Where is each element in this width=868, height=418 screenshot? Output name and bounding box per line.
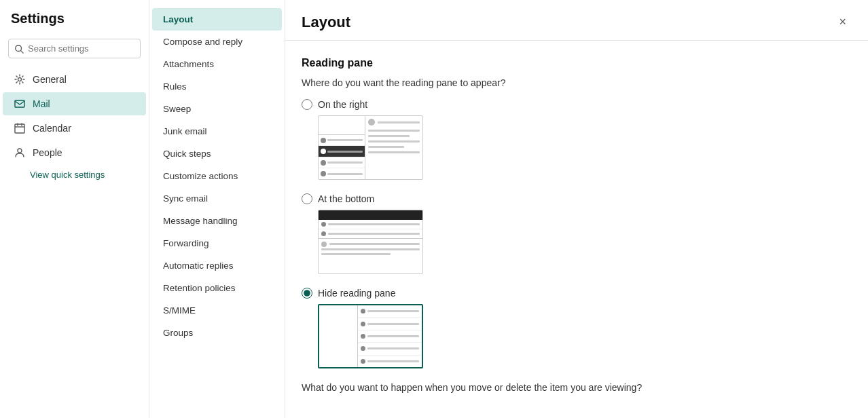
sidebar: Settings General Mail [0, 0, 149, 418]
main-content: Layout × Reading pane Where do you want … [285, 0, 868, 418]
search-box[interactable] [8, 39, 141, 58]
sidebar-item-calendar-label: Calendar [33, 123, 71, 134]
radio-on-the-right[interactable] [302, 99, 312, 110]
sidebar-item-people-label: People [33, 147, 62, 158]
main-header: Layout × [285, 0, 868, 41]
middle-nav-item-smime[interactable]: S/MIME [152, 299, 282, 322]
middle-nav-item-groups[interactable]: Groups [152, 322, 282, 344]
option-hide-reading-pane: Hide reading pane [302, 288, 852, 368]
view-quick-settings-link[interactable]: View quick settings [0, 166, 149, 184]
middle-nav-item-customize-actions[interactable]: Customize actions [152, 165, 282, 187]
sidebar-item-mail[interactable]: Mail [3, 92, 146, 115]
preview-hide-reading-pane [318, 304, 423, 368]
middle-nav-item-junk-email[interactable]: Junk email [152, 120, 282, 142]
mail-icon [14, 98, 26, 110]
calendar-icon [14, 122, 26, 134]
page-title: Layout [302, 14, 350, 31]
gear-icon [14, 73, 26, 86]
radio-on-the-right-label: On the right [318, 99, 367, 110]
preview-on-the-right [318, 115, 423, 180]
sidebar-item-general-label: General [33, 74, 67, 85]
middle-nav-item-automatic-replies[interactable]: Automatic replies [152, 254, 282, 277]
sidebar-item-mail-label: Mail [33, 98, 50, 109]
search-icon [14, 44, 24, 54]
option-at-the-bottom: At the bottom [302, 193, 852, 274]
middle-nav-item-layout[interactable]: Layout [152, 8, 282, 31]
radio-label-at-the-bottom[interactable]: At the bottom [302, 193, 852, 204]
main-body: Reading pane Where do you want the readi… [285, 41, 868, 418]
radio-label-hide-reading-pane[interactable]: Hide reading pane [302, 288, 852, 299]
middle-nav: Layout Compose and reply Attachments Rul… [149, 0, 285, 418]
svg-rect-4 [15, 124, 24, 133]
bottom-question: What do you want to happen when you move… [302, 382, 852, 393]
close-button[interactable]: × [833, 12, 852, 32]
option-on-the-right: On the right [302, 99, 852, 180]
person-icon [14, 147, 26, 159]
svg-line-1 [21, 50, 24, 53]
reading-pane-section: Reading pane Where do you want the readi… [302, 57, 852, 393]
app-title: Settings [0, 11, 149, 37]
svg-rect-3 [15, 100, 24, 107]
middle-nav-item-rules[interactable]: Rules [152, 75, 282, 98]
sidebar-item-general[interactable]: General [3, 68, 146, 91]
middle-nav-item-compose-reply[interactable]: Compose and reply [152, 31, 282, 53]
radio-hide-reading-pane-label: Hide reading pane [318, 288, 395, 299]
middle-nav-item-retention-policies[interactable]: Retention policies [152, 277, 282, 299]
radio-label-on-the-right[interactable]: On the right [302, 99, 852, 110]
radio-at-the-bottom[interactable] [302, 193, 312, 204]
middle-nav-item-message-handling[interactable]: Message handling [152, 210, 282, 232]
preview-at-the-bottom [318, 210, 423, 274]
middle-nav-item-sync-email[interactable]: Sync email [152, 187, 282, 210]
svg-point-2 [18, 78, 22, 81]
middle-nav-item-forwarding[interactable]: Forwarding [152, 232, 282, 254]
radio-hide-reading-pane[interactable] [302, 288, 312, 299]
reading-pane-question: Where do you want the reading pane to ap… [302, 77, 852, 88]
search-input[interactable] [28, 43, 134, 54]
radio-at-the-bottom-label: At the bottom [318, 193, 374, 204]
middle-nav-item-attachments[interactable]: Attachments [152, 53, 282, 75]
svg-point-8 [18, 149, 22, 153]
sidebar-item-people[interactable]: People [3, 141, 146, 164]
sidebar-item-calendar[interactable]: Calendar [3, 117, 146, 140]
middle-nav-item-sweep[interactable]: Sweep [152, 98, 282, 120]
middle-nav-item-quick-steps[interactable]: Quick steps [152, 142, 282, 165]
reading-pane-title: Reading pane [302, 57, 852, 69]
